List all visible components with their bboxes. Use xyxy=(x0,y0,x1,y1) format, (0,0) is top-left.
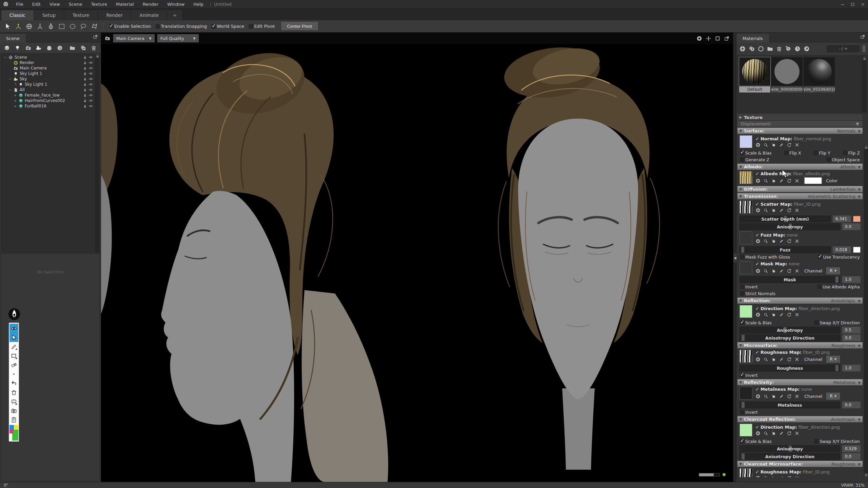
scroll-up-icon[interactable]: ▲ xyxy=(863,56,866,60)
swatch-2[interactable] xyxy=(9,430,13,433)
eye-tool-button[interactable] xyxy=(9,324,18,333)
properties-scrollbar[interactable]: ▲ ▼ xyxy=(864,145,868,477)
slider-track[interactable]: Mask xyxy=(739,276,840,283)
checkbox-flip-z[interactable]: Flip Z xyxy=(843,150,860,156)
texture-reload-icon[interactable] xyxy=(787,268,792,273)
texture-settings-icon[interactable] xyxy=(755,357,761,362)
delete-button[interactable] xyxy=(776,45,783,52)
swatch-1[interactable] xyxy=(14,425,18,430)
menu-help[interactable]: Help xyxy=(189,0,208,8)
slider-track[interactable]: Anisotropy xyxy=(739,223,840,230)
quality-select[interactable]: Full Quality ▼ xyxy=(157,34,199,42)
menu-view[interactable]: View xyxy=(45,0,64,8)
slider-handle[interactable] xyxy=(741,247,744,253)
slider-value-field[interactable]: 6.341 xyxy=(833,216,851,222)
toggle-world-space[interactable]: ✓World Space xyxy=(212,24,244,29)
texture-preview-icon[interactable] xyxy=(771,239,776,244)
texture-zoom-icon[interactable] xyxy=(763,268,768,273)
menu-window[interactable]: Window xyxy=(163,0,189,8)
texture-zoom-icon[interactable] xyxy=(763,142,768,147)
subsection-displacement[interactable]: Displacement:- ▼ xyxy=(737,121,863,127)
tab-setup[interactable]: Setup xyxy=(34,10,64,20)
texture-preview-icon[interactable] xyxy=(771,142,776,147)
map-thumbnail[interactable] xyxy=(739,135,752,148)
texture-reload-icon[interactable] xyxy=(787,431,792,436)
tree-expander-icon[interactable]: + xyxy=(14,99,17,103)
texture-edit-icon[interactable] xyxy=(779,475,784,477)
section-header-texture[interactable]: ▶Texture xyxy=(737,114,863,120)
section-mode-select[interactable]: Anisotropic ▼ xyxy=(831,298,861,303)
minimize-button[interactable] xyxy=(837,0,848,9)
tree-item-scene[interactable]: −Scene xyxy=(2,55,95,60)
tree-item-render[interactable]: Render xyxy=(2,60,95,65)
slider-value-field[interactable]: 0.0 xyxy=(842,334,861,341)
add-light-button[interactable] xyxy=(13,44,22,52)
section-header-transmission[interactable]: ▼Transmission:Volumetric Scattering ▼ xyxy=(737,193,863,199)
checkbox-flip-x[interactable]: Flip X xyxy=(784,150,801,156)
texture-reload-icon[interactable] xyxy=(787,357,792,362)
texture-reload-icon[interactable] xyxy=(787,394,792,399)
folder-button[interactable] xyxy=(68,44,77,52)
add-mesh-button[interactable] xyxy=(45,44,54,52)
texture-clear-icon[interactable] xyxy=(794,394,800,399)
eye-icon[interactable] xyxy=(88,104,93,108)
texture-clear-icon[interactable] xyxy=(794,431,800,436)
map-thumbnail[interactable] xyxy=(739,231,752,244)
camera-select[interactable]: Main Camera ▼ xyxy=(113,34,155,42)
slider-track[interactable]: Anisotropy Direction xyxy=(739,453,840,460)
slider-track[interactable]: Anisotropy xyxy=(739,445,840,452)
section-header-microsurface[interactable]: ▼Microsurface:Roughness ▼ xyxy=(737,342,863,348)
menu-material[interactable]: Material xyxy=(112,0,138,8)
checkbox-use-translucency[interactable]: ✓Use Translucency xyxy=(818,255,860,260)
materials-scrollbar[interactable]: ▲ xyxy=(862,56,866,112)
viewport-3d[interactable]: Main Camera ▼ Full Quality ▼ xyxy=(101,33,733,482)
texture-reload-icon[interactable] xyxy=(787,142,792,147)
section-mode-select[interactable]: Metalness ▼ xyxy=(833,380,861,385)
lock-icon[interactable] xyxy=(83,99,87,103)
checkbox-object-space[interactable]: Object Space xyxy=(827,157,860,162)
texture-settings-icon[interactable] xyxy=(755,431,761,436)
tree-expander-icon[interactable]: + xyxy=(14,94,17,97)
lock-icon[interactable] xyxy=(83,93,87,98)
section-mode-select[interactable]: Roughness ▼ xyxy=(831,343,861,348)
lock-icon[interactable] xyxy=(83,104,87,108)
texture-zoom-icon[interactable] xyxy=(763,239,768,244)
polygon-select-tool-button[interactable] xyxy=(89,21,100,32)
map-thumbnail[interactable] xyxy=(739,350,752,363)
apply-button[interactable] xyxy=(803,45,810,52)
checkbox-swap-x-y-direction[interactable]: Swap X/Y Direction xyxy=(814,439,860,444)
texture-edit-icon[interactable] xyxy=(779,357,784,362)
duplicate-material-button[interactable] xyxy=(748,45,755,52)
material-wire-000000000[interactable]: wire_000000000 xyxy=(771,57,803,93)
panel-splitter[interactable]: ◀ xyxy=(733,33,736,482)
scale-tool-button[interactable] xyxy=(35,21,45,32)
scene-popout-icon[interactable] xyxy=(93,34,98,39)
material-default[interactable]: Default xyxy=(739,57,770,93)
swatch-0[interactable] xyxy=(9,425,14,430)
checkbox-swap-x-y-direction[interactable]: Swap X/Y Direction xyxy=(814,320,860,325)
texture-preview-icon[interactable] xyxy=(771,357,776,362)
checkbox-strict-normals[interactable]: Strict Normals xyxy=(740,291,775,296)
texture-zoom-icon[interactable] xyxy=(763,394,768,399)
materials-panel-tab[interactable]: Materials xyxy=(736,34,769,43)
tree-item-sky-light-1[interactable]: Sky Light 1 xyxy=(2,71,95,76)
map-check-icon[interactable]: ✓ xyxy=(755,232,759,238)
map-thumbnail[interactable] xyxy=(739,261,752,274)
menu-render[interactable]: Render xyxy=(138,0,163,8)
lock-icon[interactable] xyxy=(83,88,87,92)
checkbox-invert[interactable]: ✓Invert xyxy=(740,373,758,378)
texture-preview-icon[interactable] xyxy=(771,431,776,436)
texture-reload-icon[interactable] xyxy=(787,312,792,317)
texture-preview-icon[interactable] xyxy=(771,475,776,477)
texture-zoom-icon[interactable] xyxy=(763,178,768,183)
scroll-up-icon[interactable]: ▲ xyxy=(96,54,99,58)
checkbox-invert[interactable]: Invert xyxy=(740,410,758,415)
texture-reload-icon[interactable] xyxy=(787,475,792,477)
console-log-icon[interactable] xyxy=(3,483,8,488)
slider-handle[interactable] xyxy=(742,335,745,341)
delete-tool-button[interactable] xyxy=(9,388,18,397)
texture-edit-icon[interactable] xyxy=(779,431,784,436)
lock-icon[interactable] xyxy=(83,72,87,76)
section-header-diffusion[interactable]: ▼Diffusion:Lambertian ▼ xyxy=(737,186,863,192)
section-header-clearcoat-reflection[interactable]: ▼Clearcoat Reflection:Anisotropic ▼ xyxy=(737,416,863,422)
